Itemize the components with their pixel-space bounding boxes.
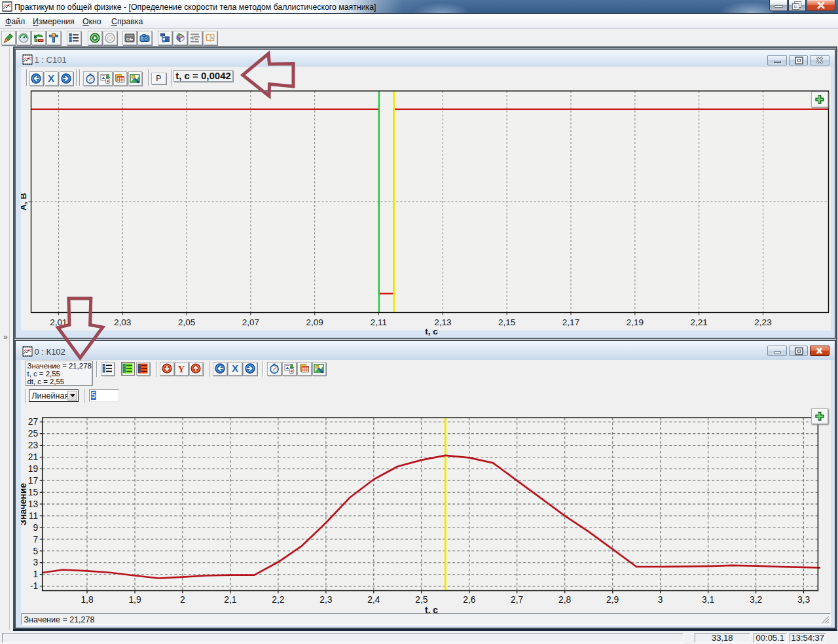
svg-text:2,2: 2,2 [272,595,284,605]
svg-text:-1: -1 [30,581,38,591]
svg-text:2,07: 2,07 [242,317,259,327]
svg-text:25: 25 [28,429,39,438]
svg-text:Значение: Значение [21,483,28,526]
svg-text:3,3: 3,3 [797,595,811,605]
svg-text:2,5: 2,5 [415,595,428,605]
svg-text:23: 23 [28,440,39,450]
svg-text:2,19: 2,19 [627,317,644,327]
svg-text:5: 5 [33,546,39,556]
svg-text:2,3: 2,3 [319,595,333,605]
svg-text:X: X [48,73,54,84]
svg-text:21: 21 [28,452,38,462]
svg-text:2,05: 2,05 [178,317,195,327]
svg-text:3: 3 [33,558,39,567]
svg-text:2,17: 2,17 [562,317,579,327]
svg-text:27: 27 [28,417,38,427]
svg-text:1: 1 [33,569,39,579]
svg-text:7: 7 [33,535,39,545]
svg-text:CA: CA [126,37,132,41]
svg-text:t, с: t, с [425,327,438,336]
svg-text:3: 3 [658,595,663,605]
svg-text:3,1: 3,1 [702,595,714,605]
svg-text:2,01: 2,01 [50,317,67,327]
svg-text:2,13: 2,13 [434,317,451,327]
svg-text:2: 2 [180,595,185,605]
svg-text:17: 17 [28,476,38,486]
svg-text:2,03: 2,03 [114,317,131,327]
svg-text:11: 11 [29,511,38,521]
svg-text:2,23: 2,23 [754,317,771,327]
svg-text:Y: Y [178,364,185,374]
svg-text:2,15: 2,15 [498,317,515,327]
svg-text:2,21: 2,21 [691,317,708,327]
svg-text:А, В: А, В [21,192,28,210]
svg-text:1,8: 1,8 [81,595,94,605]
svg-text:2,11: 2,11 [371,317,387,327]
svg-text:2,8: 2,8 [558,595,572,605]
svg-text:1,9: 1,9 [128,595,141,605]
svg-text:2,09: 2,09 [306,317,323,327]
svg-text:19: 19 [28,464,39,474]
svg-text:2,7: 2,7 [511,595,523,605]
svg-text:2,6: 2,6 [463,595,476,605]
svg-text:15: 15 [28,488,39,497]
svg-text:X: X [232,363,238,374]
svg-text:3,2: 3,2 [750,595,762,605]
svg-text:9: 9 [33,523,39,533]
svg-text:2,4: 2,4 [367,595,380,605]
svg-text:2,1: 2,1 [224,595,236,605]
svg-text:2,9: 2,9 [606,595,619,605]
svg-text:13: 13 [28,499,39,509]
